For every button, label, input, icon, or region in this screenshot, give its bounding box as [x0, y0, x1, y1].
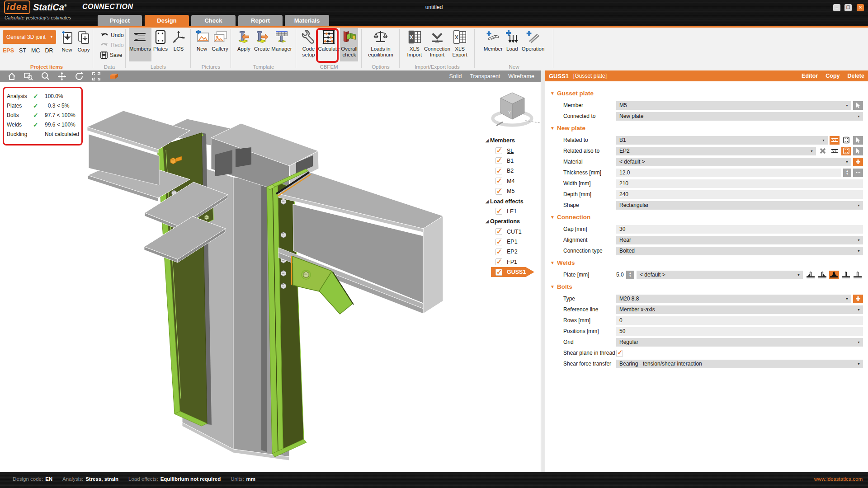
tree-section-operations[interactable]: ◢Operations	[480, 216, 541, 226]
tree-item-ep1[interactable]: EP1	[480, 237, 541, 247]
zoom-icon[interactable]	[41, 72, 50, 81]
props-section-welds[interactable]: ▼Welds	[545, 258, 868, 267]
prop-input[interactable]: 30	[616, 225, 863, 234]
prop-dropdown[interactable]: New plate▼	[616, 112, 863, 121]
prop-dropdown[interactable]: < default >▼	[616, 158, 851, 166]
new-project-button[interactable]: New	[59, 29, 75, 61]
collapse-icon[interactable]: ▼	[545, 215, 557, 220]
props-action-delete[interactable]: Delete	[847, 73, 864, 79]
prop-dropdown[interactable]: M20 8.8▼	[616, 295, 851, 303]
operation-button[interactable]: Operation	[521, 28, 545, 61]
weld-type-icon-5[interactable]	[853, 271, 863, 279]
viewport-3d[interactable]: Y Analysis✓100.0%Plates✓ 0.3 < 5%Bolts✓9…	[0, 82, 541, 472]
visibility-checkbox[interactable]	[495, 157, 502, 164]
tree-item-m5[interactable]: M5	[480, 186, 541, 196]
tree-item-fp1[interactable]: FP1	[480, 257, 541, 267]
gallery-button[interactable]: Gallery	[211, 28, 229, 61]
plate-face-icon[interactable]	[841, 136, 851, 145]
visibility-checkbox[interactable]	[495, 147, 502, 154]
code-setup-button[interactable]: Code setup	[300, 28, 318, 61]
tree-item-le1[interactable]: LE1	[480, 206, 541, 216]
new-button[interactable]: New	[193, 28, 211, 61]
collapse-icon[interactable]: ▼	[545, 91, 557, 96]
mode-mc[interactable]: MC	[31, 47, 40, 54]
save-button[interactable]: Save	[99, 50, 124, 60]
xls-export-button[interactable]: XXLS Export	[451, 28, 469, 61]
pick-in-scene-button[interactable]	[853, 101, 863, 110]
prop-dropdown[interactable]: M5▼	[616, 101, 851, 110]
tree-item-guss1[interactable]: GUSS1	[480, 267, 541, 277]
tab-project[interactable]: Project	[98, 15, 142, 26]
weld-type-icon-1[interactable]	[806, 271, 816, 279]
prop-dropdown[interactable]: Regular▼	[616, 338, 863, 347]
visibility-checkbox[interactable]	[495, 239, 502, 245]
prop-input[interactable]: 210	[616, 179, 863, 188]
prop-checkbox[interactable]	[616, 350, 623, 357]
prop-dropdown[interactable]: Member x-axis▼	[616, 305, 863, 314]
minimize-button[interactable]: –	[833, 4, 840, 11]
tab-materials[interactable]: Materials	[285, 15, 329, 26]
props-section-connection[interactable]: ▼Connection	[545, 212, 868, 221]
solid-brick-icon[interactable]	[108, 72, 120, 80]
tab-check[interactable]: Check	[191, 15, 236, 26]
create-button[interactable]: Create	[253, 28, 271, 61]
apply-button[interactable]: Apply	[235, 28, 253, 61]
prop-dropdown[interactable]: Bearing - tension/shear interaction▼	[616, 360, 863, 368]
website-link[interactable]: www.ideastatica.com	[814, 476, 863, 482]
prop-input[interactable]: 50	[616, 327, 863, 336]
prop-input[interactable]: 0	[616, 316, 863, 325]
rotate-icon[interactable]	[74, 71, 84, 81]
value-spinner[interactable]: ▲▼	[626, 271, 634, 279]
weld-type-icon-4[interactable]	[841, 271, 851, 279]
weld-type-icon-2[interactable]	[817, 271, 827, 279]
prop-input[interactable]: 240	[616, 190, 863, 199]
undo-button[interactable]: Undo	[99, 30, 124, 40]
prop-dropdown[interactable]: Bolted▼	[616, 247, 863, 255]
props-section-bolts[interactable]: ▼Bolts	[545, 282, 868, 291]
tree-section-members[interactable]: ◢Members	[480, 136, 541, 145]
visibility-checkbox[interactable]	[495, 188, 502, 195]
loads-in-equilibrium-button[interactable]: Loads in equilibrium	[368, 28, 394, 61]
prop-dropdown[interactable]: EP2▼	[616, 147, 816, 155]
visibility-checkbox[interactable]	[495, 249, 502, 255]
value-spinner[interactable]: ▲▼	[843, 169, 851, 177]
weld-material-select[interactable]: < default >▼	[637, 271, 803, 279]
tree-item-m4[interactable]: M4	[480, 176, 541, 186]
props-section-gusset-plate[interactable]: ▼Gusset plate	[545, 89, 868, 98]
tree-item-ep2[interactable]: EP2	[480, 247, 541, 257]
add-button[interactable]	[853, 158, 863, 166]
tree-item-cut1[interactable]: CUT1	[480, 227, 541, 237]
view-mode-transparent[interactable]: Transparent	[470, 73, 500, 80]
mode-st[interactable]: ST	[19, 47, 26, 54]
weld-type-icon-3[interactable]	[829, 271, 839, 279]
maximize-button[interactable]: ☐	[844, 4, 852, 11]
zoom-window-icon[interactable]	[24, 72, 33, 81]
prop-input[interactable]: 12.0	[616, 169, 841, 177]
close-button[interactable]: ✕	[857, 4, 864, 11]
clear-button[interactable]	[818, 147, 828, 155]
copy-project-button[interactable]: Copy	[76, 29, 91, 61]
prop-dropdown[interactable]: B1▼	[616, 136, 828, 145]
collapse-icon[interactable]: ▼	[545, 126, 557, 131]
plate-edge-icon-active[interactable]	[830, 136, 840, 145]
xls-import-button[interactable]: XXLS Import	[406, 28, 424, 61]
manager-button[interactable]: Manager	[271, 28, 292, 61]
visibility-checkbox[interactable]	[495, 258, 502, 265]
plates-button[interactable]: Plates	[151, 28, 170, 61]
nav-cube[interactable]: Y	[493, 93, 541, 125]
plate-face-icon-active[interactable]	[841, 147, 851, 155]
tree-section-load-effects[interactable]: ◢Load effects	[480, 196, 541, 206]
collapse-icon[interactable]: ▼	[545, 260, 557, 265]
collapse-icon[interactable]: ◢	[480, 219, 490, 224]
joint-type-select[interactable]: General 3D joint▼	[3, 30, 56, 44]
tree-item-b2[interactable]: B2	[480, 166, 541, 176]
collapse-icon[interactable]: ◢	[480, 199, 490, 204]
tab-report[interactable]: Report	[238, 15, 283, 26]
add-button[interactable]	[853, 295, 863, 303]
panel-splitter[interactable]	[541, 70, 545, 472]
visibility-checkbox[interactable]	[495, 178, 502, 184]
redo-button[interactable]: Redo	[99, 40, 124, 50]
visibility-checkbox[interactable]	[495, 269, 502, 276]
view-mode-wireframe[interactable]: Wireframe	[508, 73, 534, 80]
mode-dr[interactable]: DR	[45, 47, 53, 54]
